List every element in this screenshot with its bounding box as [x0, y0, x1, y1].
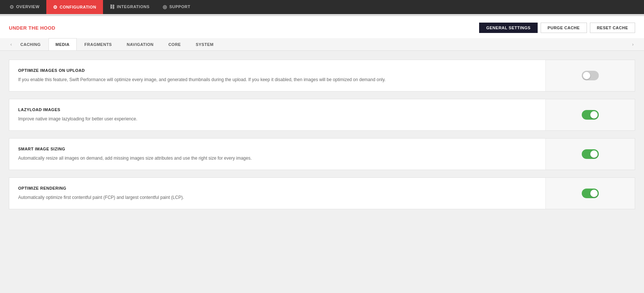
toggle-slider-3: [582, 149, 599, 159]
tab-scroll-left-arrow[interactable]: ‹: [9, 40, 13, 49]
integrations-icon: ⛓: [110, 4, 115, 10]
configuration-icon: ⚙: [53, 4, 58, 10]
nav-tab-support[interactable]: ◎ SUPPORT: [156, 0, 197, 14]
setting-desc-4: Automatically optimize first contentful …: [18, 194, 537, 201]
setting-title-2: LAZYLOAD IMAGES: [18, 107, 537, 112]
setting-right-4: [546, 178, 635, 209]
setting-title-1: OPTIMIZE IMAGES ON UPLOAD: [18, 68, 537, 73]
setting-left-3: SMART IMAGE SIZING Automatically resize …: [9, 139, 546, 170]
setting-card-optimize-rendering: OPTIMIZE RENDERING Automatically optimiz…: [9, 177, 635, 209]
header-buttons: GENERAL SETTINGS PURGE CACHE RESET CACHE: [479, 23, 635, 33]
setting-left-2: LAZYLOAD IMAGES Improve native image laz…: [9, 99, 546, 130]
tabs-row: ‹ CACHING MEDIA FRAGMENTS NAVIGATION COR…: [0, 38, 644, 51]
tab-scroll-right-arrow[interactable]: ›: [631, 40, 635, 49]
toggle-smart-image-sizing[interactable]: [582, 149, 599, 159]
toggle-optimize-images-upload[interactable]: [582, 71, 599, 80]
setting-title-4: OPTIMIZE RENDERING: [18, 186, 537, 190]
toggle-slider-2: [582, 110, 599, 120]
setting-card-lazyload-images: LAZYLOAD IMAGES Improve native image laz…: [9, 99, 635, 131]
purge-cache-button[interactable]: PURGE CACHE: [541, 23, 587, 33]
tab-system[interactable]: SYSTEM: [189, 38, 220, 50]
nav-tab-overview[interactable]: ⊙ OVERVIEW: [3, 0, 46, 14]
setting-title-3: SMART IMAGE SIZING: [18, 147, 537, 151]
content-area: OPTIMIZE IMAGES ON UPLOAD If you enable …: [0, 51, 644, 273]
tab-navigation[interactable]: NAVIGATION: [120, 38, 160, 50]
tab-caching[interactable]: CACHING: [13, 38, 48, 50]
setting-left-4: OPTIMIZE RENDERING Automatically optimiz…: [9, 178, 546, 209]
page-header: UNDER THE HOOD GENERAL SETTINGS PURGE CA…: [0, 16, 644, 38]
setting-desc-1: If you enable this feature, Swift Perfor…: [18, 76, 537, 83]
tab-core[interactable]: CORE: [161, 38, 188, 50]
setting-right-1: [546, 60, 635, 91]
support-icon: ◎: [163, 4, 167, 10]
tab-fragments[interactable]: FRAGMENTS: [77, 38, 119, 50]
toggle-slider-1: [582, 71, 599, 80]
toggle-slider-4: [582, 189, 599, 198]
top-nav: ⊙ OVERVIEW ⚙ CONFIGURATION ⛓ INTEGRATION…: [0, 0, 644, 14]
nav-tab-integrations[interactable]: ⛓ INTEGRATIONS: [103, 0, 156, 14]
setting-desc-2: Improve native image lazyloading for bet…: [18, 116, 537, 122]
setting-left-1: OPTIMIZE IMAGES ON UPLOAD If you enable …: [9, 60, 546, 91]
toggle-optimize-rendering[interactable]: [582, 189, 599, 198]
setting-desc-3: Automatically resize all images on deman…: [18, 155, 537, 162]
setting-card-smart-image-sizing: SMART IMAGE SIZING Automatically resize …: [9, 138, 635, 170]
toggle-lazyload-images[interactable]: [582, 110, 599, 120]
setting-right-2: [546, 99, 635, 130]
setting-card-optimize-images-upload: OPTIMIZE IMAGES ON UPLOAD If you enable …: [9, 60, 635, 91]
setting-right-3: [546, 139, 635, 170]
nav-tab-configuration[interactable]: ⚙ CONFIGURATION: [46, 0, 103, 14]
reset-cache-button[interactable]: RESET CACHE: [590, 23, 635, 33]
tab-media[interactable]: MEDIA: [49, 38, 77, 50]
page-title: UNDER THE HOOD: [9, 25, 55, 31]
overview-icon: ⊙: [10, 4, 14, 10]
general-settings-button[interactable]: GENERAL SETTINGS: [479, 23, 538, 33]
